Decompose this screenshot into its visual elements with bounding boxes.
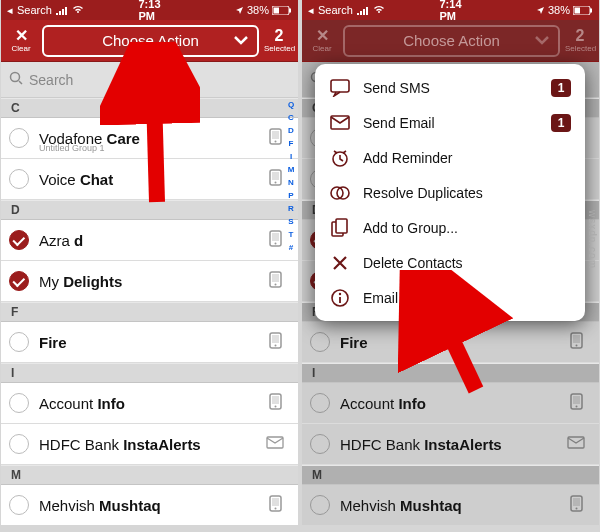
choose-action-label: Choose Action <box>102 32 199 49</box>
svg-rect-64 <box>336 219 347 233</box>
phone-icon <box>267 169 284 190</box>
contact-name: Account Info <box>340 395 564 412</box>
chevron-down-icon <box>233 32 249 49</box>
popup-item-label: Send Email <box>363 115 435 131</box>
index-letter[interactable]: R <box>285 202 297 215</box>
svg-rect-51 <box>568 437 584 448</box>
popup-item-sms[interactable]: Send SMS1 <box>315 70 585 105</box>
svg-rect-52 <box>571 496 582 511</box>
choose-action-button[interactable]: Choose Action <box>343 25 560 57</box>
contact-list[interactable]: CVodafone CareUntitled Group 1Voice Chat… <box>1 98 298 525</box>
popup-item-mail[interactable]: Send Email1 <box>315 105 585 140</box>
phone-icon <box>568 495 585 516</box>
contact-row[interactable]: Voice Chat <box>1 159 298 200</box>
popup-item-clock[interactable]: Add Reminder <box>315 140 585 175</box>
popup-item-x[interactable]: Delete Contacts <box>315 245 585 280</box>
contact-row[interactable]: Account Info <box>1 383 298 424</box>
index-letter[interactable]: D <box>285 124 297 137</box>
choose-action-button[interactable]: Choose Action <box>42 25 259 57</box>
contact-row: HDFC Bank InstaAlerts <box>302 424 599 465</box>
status-back-label: Search <box>318 4 353 16</box>
status-time: 7:13 PM <box>138 0 160 22</box>
svg-point-6 <box>275 140 277 142</box>
index-letter[interactable]: M <box>285 163 297 176</box>
index-letter[interactable]: C <box>285 111 297 124</box>
index-letter[interactable]: F <box>285 137 297 150</box>
section-header: I <box>302 363 599 383</box>
svg-rect-58 <box>331 80 349 92</box>
contact-name: Fire <box>39 334 263 351</box>
x-icon <box>329 254 351 272</box>
contact-row[interactable]: Vodafone CareUntitled Group 1 <box>1 118 298 159</box>
index-letter[interactable]: # <box>285 241 297 254</box>
checkbox[interactable] <box>9 128 29 148</box>
contact-row[interactable]: My Delights <box>1 261 298 302</box>
contact-row[interactable]: HDFC Bank InstaAlerts <box>1 424 298 465</box>
selected-count: 2 Selected <box>565 28 595 53</box>
popup-item-copy[interactable]: Add to Group... <box>315 210 585 245</box>
popup-item-label: Delete Contacts <box>363 255 463 271</box>
svg-rect-49 <box>573 396 580 404</box>
index-letter[interactable]: Q <box>285 98 297 111</box>
mail-icon <box>329 115 351 130</box>
status-back-label: Search <box>17 4 52 16</box>
checkbox <box>310 495 330 515</box>
popup-item-label: Email contacts info... <box>363 290 492 306</box>
phone-icon <box>267 393 284 414</box>
search-icon <box>9 71 23 89</box>
svg-point-47 <box>576 344 578 346</box>
screenshot-left: ◂ Search 7:13 PM 38% ✕ Clear Choose Acti… <box>1 0 298 525</box>
battery-icon <box>272 6 292 15</box>
checkbox[interactable] <box>9 393 29 413</box>
index-letter[interactable]: S <box>285 215 297 228</box>
popup-item-venn[interactable]: Resolve Duplicates <box>315 175 585 210</box>
sms-icon <box>329 79 351 97</box>
back-chevron-icon: ◂ <box>308 4 314 17</box>
contact-row: Fire <box>302 322 599 363</box>
index-letter[interactable]: P <box>285 189 297 202</box>
index-letter[interactable]: N <box>285 176 297 189</box>
contact-name: Voice Chat <box>39 171 263 188</box>
app-header: ✕ Clear Choose Action 2 Selected <box>302 20 599 62</box>
index-letter[interactable]: I <box>285 150 297 163</box>
contact-name: Fire <box>340 334 564 351</box>
svg-point-50 <box>576 405 578 407</box>
back-chevron-icon: ◂ <box>7 4 13 17</box>
mail-icon <box>266 435 284 453</box>
contact-row[interactable]: Azra d <box>1 220 298 261</box>
phone-icon <box>267 332 284 353</box>
clear-button[interactable]: ✕ Clear <box>5 28 37 53</box>
checkbox[interactable] <box>9 434 29 454</box>
checkbox[interactable] <box>9 230 29 250</box>
battery-pct: 38% <box>548 4 570 16</box>
index-letter[interactable]: T <box>285 228 297 241</box>
selected-count: 2 Selected <box>264 28 294 53</box>
search-input[interactable]: Search <box>1 62 298 98</box>
contact-name: Mehvish Mushtaq <box>340 497 564 514</box>
phone-icon <box>267 495 284 516</box>
svg-rect-20 <box>272 396 279 404</box>
search-placeholder: Search <box>29 72 73 88</box>
svg-point-25 <box>275 507 277 509</box>
svg-point-66 <box>339 292 341 294</box>
chevron-down-icon <box>534 32 550 49</box>
popup-item-label: Add Reminder <box>363 150 453 166</box>
popup-item-label: Add to Group... <box>363 220 458 236</box>
checkbox[interactable] <box>9 169 29 189</box>
contact-name: HDFC Bank InstaAlerts <box>340 436 563 453</box>
checkbox[interactable] <box>9 495 29 515</box>
contact-row[interactable]: Mehvish Mushtaq <box>1 485 298 525</box>
clear-button[interactable]: ✕ Clear <box>306 28 338 53</box>
contact-row: Account Info <box>302 383 599 424</box>
contact-row[interactable]: Fire <box>1 322 298 363</box>
popup-item-info[interactable]: Email contacts info... <box>315 280 585 315</box>
alpha-index[interactable]: QCDFIMNPRST# <box>285 98 297 254</box>
phone-icon <box>568 332 585 353</box>
checkbox <box>310 393 330 413</box>
venn-icon <box>329 185 351 201</box>
popup-item-label: Resolve Duplicates <box>363 185 483 201</box>
checkbox[interactable] <box>9 332 29 352</box>
checkbox[interactable] <box>9 271 29 291</box>
svg-rect-1 <box>274 7 280 13</box>
svg-point-12 <box>275 242 277 244</box>
